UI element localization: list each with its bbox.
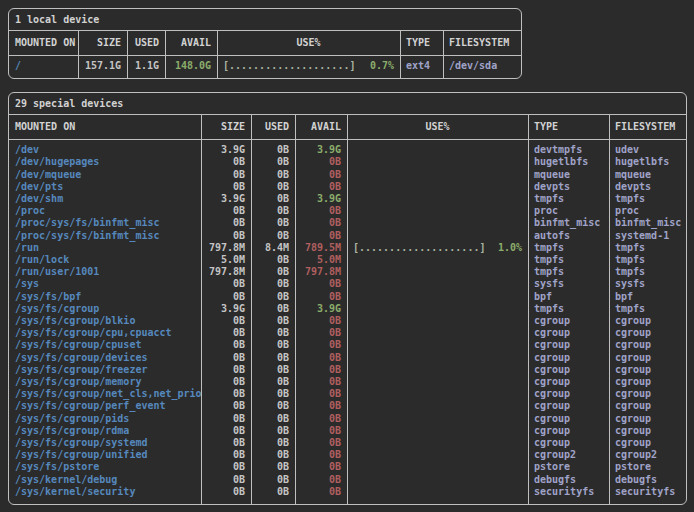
usage-cell (347, 315, 528, 327)
usage-cell (347, 486, 528, 498)
avail-cell: 5.0M (295, 254, 347, 266)
used-cell: 1.1G (127, 60, 165, 72)
size-cell: 0B (201, 205, 251, 217)
size-cell: 0B (201, 230, 251, 242)
used-cell: 0B (251, 254, 295, 266)
usage-cell (347, 388, 528, 400)
mount-point-cell: /proc/sys/fs/binfmt_misc (9, 230, 201, 242)
type-cell: cgroup (528, 339, 609, 351)
usage-cell (347, 474, 528, 486)
filesystem-cell: tmpfs (609, 193, 686, 205)
usage-cell (347, 461, 528, 473)
used-cell: 0B (251, 413, 295, 425)
type-cell: sysfs (528, 278, 609, 290)
used-cell: 0B (251, 364, 295, 376)
used-cell: 0B (251, 425, 295, 437)
type-cell: cgroup (528, 327, 609, 339)
used-cell: 0B (251, 181, 295, 193)
used-cell: 0B (251, 156, 295, 168)
special-devices-table: 29 special devices MOUNTED ONSIZEUSEDAVA… (8, 92, 687, 505)
size-cell: 0B (201, 169, 251, 181)
size-cell: 0B (201, 425, 251, 437)
avail-cell: 0B (295, 291, 347, 303)
local-table-title: 1 local device (9, 9, 521, 31)
local-table-body: MOUNTED ONSIZEUSEDAVAILUSE%TYPEFILESYSTE… (9, 31, 521, 78)
size-cell: 0B (201, 364, 251, 376)
used-cell: 0B (251, 486, 295, 498)
size-cell: 0B (201, 413, 251, 425)
column-separator (295, 115, 296, 504)
mount-point-cell: /sys/fs/cgroup/devices (9, 352, 201, 364)
size-cell: 0B (201, 388, 251, 400)
size-cell: 0B (201, 327, 251, 339)
usage-cell (347, 205, 528, 217)
mount-point-cell: /sys/fs/cgroup/pids (9, 413, 201, 425)
mount-point-cell: /sys/fs/cgroup/rdma (9, 425, 201, 437)
type-cell: cgroup (528, 437, 609, 449)
column-header: AVAIL (295, 115, 347, 139)
mount-point-cell: /run (9, 242, 201, 254)
used-cell: 0B (251, 303, 295, 315)
used-cell: 0B (251, 315, 295, 327)
column-header: USED (127, 31, 165, 55)
filesystem-cell: securityfs (609, 486, 686, 498)
column-separator (165, 31, 166, 78)
filesystem-cell: cgroup (609, 437, 686, 449)
usage-cell (347, 217, 528, 229)
type-cell: mqueue (528, 169, 609, 181)
avail-cell: 0B (295, 376, 347, 388)
avail-cell: 0B (295, 449, 347, 461)
usage-cell (347, 413, 528, 425)
used-cell: 0B (251, 230, 295, 242)
filesystem-cell: systemd-1 (609, 230, 686, 242)
used-cell: 0B (251, 205, 295, 217)
size-cell: 0B (201, 291, 251, 303)
column-header: FILESYSTEM (443, 31, 521, 55)
filesystem-cell: cgroup2 (609, 449, 686, 461)
usage-cell (347, 169, 528, 181)
size-cell: 0B (201, 181, 251, 193)
mount-point-cell: /sys/fs/cgroup/cpu,cpuacct (9, 327, 201, 339)
filesystem-cell: tmpfs (609, 242, 686, 254)
mount-point-cell: /run/lock (9, 254, 201, 266)
size-cell: 157.1G (78, 60, 127, 72)
filesystem-cell: cgroup (609, 388, 686, 400)
mount-point-cell: /sys/fs/cgroup/perf_event (9, 400, 201, 412)
avail-cell: 0B (295, 278, 347, 290)
column-separator (201, 115, 202, 504)
filesystem-cell: cgroup (609, 364, 686, 376)
filesystem-cell: cgroup (609, 413, 686, 425)
type-cell: tmpfs (528, 193, 609, 205)
type-cell: devpts (528, 181, 609, 193)
avail-cell: 0B (295, 315, 347, 327)
type-cell: bpf (528, 291, 609, 303)
column-header: TYPE (400, 31, 443, 55)
mount-point-cell: /sys/fs/bpf (9, 291, 201, 303)
column-separator (400, 31, 401, 78)
size-cell: 797.8M (201, 242, 251, 254)
avail-cell: 0B (295, 230, 347, 242)
usage-cell (347, 181, 528, 193)
size-cell: 0B (201, 486, 251, 498)
usage-cell (347, 352, 528, 364)
type-cell: binfmt_misc (528, 217, 609, 229)
usage-cell (347, 254, 528, 266)
filesystem-cell: /dev/sda (443, 60, 521, 72)
usage-cell (347, 339, 528, 351)
filesystem-cell: proc (609, 205, 686, 217)
used-cell: 0B (251, 339, 295, 351)
column-separator (528, 115, 529, 504)
type-cell: ext4 (400, 60, 443, 72)
type-cell: cgroup (528, 388, 609, 400)
mount-point-cell: /sys/fs/cgroup/cpuset (9, 339, 201, 351)
column-separator (443, 31, 444, 78)
size-cell: 0B (201, 400, 251, 412)
avail-cell: 0B (295, 364, 347, 376)
mount-point-cell: /sys/fs/cgroup/unified (9, 449, 201, 461)
column-separator (609, 115, 610, 504)
mount-point-cell: /dev/shm (9, 193, 201, 205)
used-cell: 0B (251, 461, 295, 473)
mount-point-cell: /proc/sys/fs/binfmt_misc (9, 217, 201, 229)
usage-cell (347, 376, 528, 388)
filesystem-cell: sysfs (609, 278, 686, 290)
